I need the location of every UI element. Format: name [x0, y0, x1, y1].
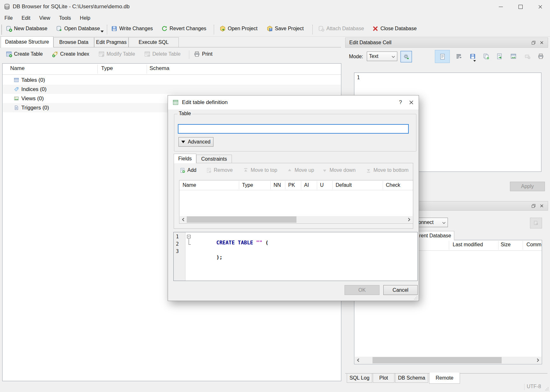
column-divider[interactable]	[498, 241, 498, 250]
column-header-pk[interactable]: PK	[288, 180, 295, 190]
column-header-size[interactable]: Size	[501, 242, 511, 248]
open-database-dropdown-arrow[interactable]	[101, 31, 104, 32]
column-divider[interactable]	[285, 181, 285, 189]
column-header-name[interactable]: Name	[183, 180, 196, 190]
save-cell-button[interactable]	[470, 53, 476, 60]
menu-view[interactable]: View	[35, 13, 54, 23]
write-changes-button[interactable]: Write Changes	[111, 25, 153, 32]
close-database-button[interactable]: Close Database	[372, 25, 417, 32]
tree-row-indices[interactable]: Indices (0)	[3, 85, 341, 94]
revert-changes-button[interactable]: Revert Changes	[161, 25, 206, 32]
menu-edit[interactable]: Edit	[17, 13, 35, 23]
maximize-button[interactable]	[511, 0, 530, 13]
tab-db-schema[interactable]: DB Schema	[395, 374, 428, 383]
column-divider[interactable]	[449, 241, 449, 250]
set-null-icon	[524, 53, 531, 60]
print-button[interactable]: Print	[194, 51, 212, 57]
remote-connect-select[interactable]: onnect	[416, 218, 448, 227]
remote-hscrollbar[interactable]	[355, 357, 541, 364]
column-header-last-modified[interactable]: Last modified	[453, 242, 483, 248]
column-divider[interactable]	[317, 181, 317, 189]
dialog-close-button[interactable]	[406, 97, 417, 108]
column-divider[interactable]	[301, 181, 301, 189]
column-header-commit[interactable]: Comm	[526, 242, 541, 248]
move-to-bottom-button: Move to bottom	[365, 167, 408, 173]
fold-marker-icon[interactable]	[187, 235, 191, 238]
open-project-button[interactable]: Open Project	[219, 25, 257, 32]
word-wrap-button[interactable]	[456, 53, 462, 60]
cancel-button[interactable]: Cancel	[383, 285, 418, 295]
dialog-help-button[interactable]: ?	[395, 97, 406, 108]
resize-grip[interactable]	[545, 387, 549, 391]
move-to-bottom-icon	[365, 167, 372, 173]
tree-row-tables[interactable]: Tables (0)	[3, 75, 341, 85]
tab-database-structure[interactable]: Database Structure	[1, 36, 53, 47]
add-field-button[interactable]: Add	[179, 167, 196, 173]
menu-help[interactable]: Help	[75, 13, 95, 23]
column-header-schema[interactable]: Schema	[150, 65, 169, 72]
scrollbar-thumb[interactable]	[372, 357, 502, 363]
tab-remote[interactable]: Remote	[429, 373, 460, 384]
menu-tools[interactable]: Tools	[55, 13, 75, 23]
dialog-resize-grip[interactable]	[414, 296, 418, 300]
save-project-button[interactable]: Save Project	[267, 25, 304, 32]
minimize-button[interactable]	[491, 0, 511, 13]
float-panel-button[interactable]	[529, 202, 538, 209]
open-database-button[interactable]: Open Database	[56, 25, 100, 32]
tab-execute-sql[interactable]: Execute SQL	[129, 37, 179, 47]
fields-hscrollbar[interactable]	[180, 216, 413, 223]
column-divider[interactable]	[239, 181, 239, 189]
column-divider[interactable]	[97, 65, 98, 74]
tab-sql-log[interactable]: SQL Log	[347, 374, 372, 383]
scroll-right-arrow[interactable]	[406, 216, 413, 223]
toolbar-drag-handle[interactable]	[1, 25, 2, 34]
column-divider[interactable]	[383, 181, 383, 189]
triggers-icon	[13, 105, 19, 111]
column-header-type[interactable]: Type	[242, 180, 253, 190]
print-cell-button[interactable]	[538, 53, 544, 60]
column-header-u[interactable]: U	[320, 180, 324, 190]
create-table-button[interactable]: Create Table	[6, 51, 43, 57]
tab-constraints[interactable]: Constraints	[196, 155, 232, 163]
encoding-indicator[interactable]: UTF-8	[527, 384, 541, 389]
column-header-default[interactable]: Default	[336, 180, 352, 190]
table-name-input[interactable]	[178, 124, 409, 134]
mode-select[interactable]: Text	[367, 52, 397, 61]
sql-preview-editor[interactable]: 1 2 3 CREATE TABLE "" ( );	[173, 232, 418, 281]
create-index-button[interactable]: Create Index	[52, 51, 89, 57]
text-mode-button[interactable]	[435, 50, 450, 63]
column-divider[interactable]	[270, 181, 271, 189]
scroll-right-arrow[interactable]	[534, 357, 541, 364]
scrollbar-thumb[interactable]	[187, 216, 296, 223]
menu-file[interactable]: File	[0, 13, 17, 23]
column-header-ai[interactable]: AI	[304, 180, 309, 190]
column-divider[interactable]	[147, 65, 147, 74]
float-panel-button[interactable]	[529, 39, 538, 46]
tab-fields[interactable]: Fields	[174, 154, 196, 163]
tab-db-schema-label: DB Schema	[398, 375, 425, 381]
export-cell-button[interactable]	[510, 53, 517, 60]
column-header-name[interactable]: Name	[10, 65, 24, 72]
close-panel-button[interactable]	[538, 39, 546, 46]
column-header-nn[interactable]: NN	[274, 180, 281, 190]
auto-mode-button[interactable]	[400, 51, 412, 62]
scroll-left-arrow[interactable]	[180, 216, 187, 223]
save-dropdown-arrow[interactable]	[473, 60, 476, 62]
column-header-type[interactable]: Type	[101, 65, 113, 72]
column-divider[interactable]	[332, 181, 333, 189]
close-button[interactable]	[530, 0, 550, 13]
column-header-check[interactable]: Check	[386, 180, 400, 190]
tab-current-database[interactable]: rent Database	[416, 231, 454, 240]
close-panel-button[interactable]	[538, 202, 546, 209]
copy-cell-button[interactable]	[483, 53, 489, 60]
tab-browse-data[interactable]: Browse Data	[53, 37, 94, 47]
advanced-button[interactable]: Advanced	[178, 137, 213, 147]
scroll-left-arrow[interactable]	[355, 357, 362, 364]
import-cell-button[interactable]	[496, 53, 503, 60]
sql-line-number-gutter: 1 2 3	[174, 232, 185, 281]
tab-edit-pragmas[interactable]: Edit Pragmas	[94, 37, 129, 47]
column-divider[interactable]	[523, 241, 523, 250]
line-number: 1	[176, 234, 179, 240]
tab-plot[interactable]: Plot	[373, 374, 394, 383]
new-database-button[interactable]: New Database	[6, 25, 47, 32]
